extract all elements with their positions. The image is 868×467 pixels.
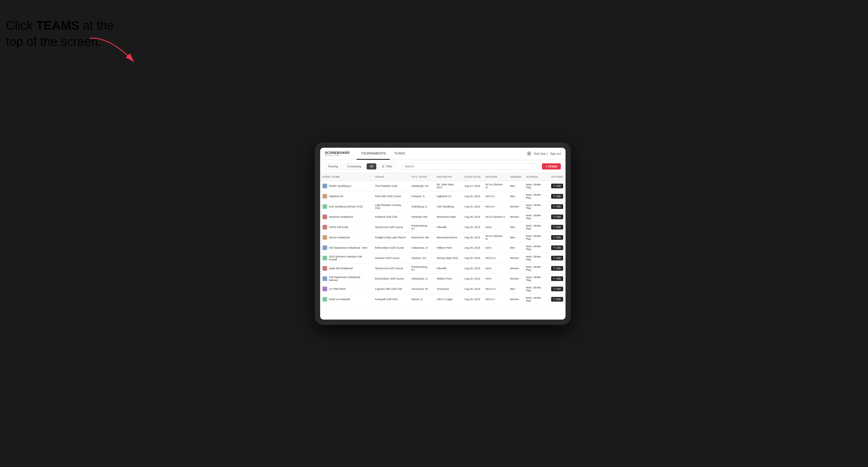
col-city-state: CITY, STATE — [409, 173, 434, 181]
cell-venue: Edmundson Golf Course — [373, 273, 409, 284]
tablet-frame: SCOREBOARD Powered by Clippit TOURNAMENT… — [315, 143, 571, 325]
cell-event-name: 🏌 Maverick Invitational — [320, 212, 373, 222]
table-row: 🏌 UPKE Fall Invite StoneCrest Golf Cours… — [320, 222, 565, 232]
cell-venue: Park Hills Golf Course — [373, 191, 409, 201]
event-name-text: Fall Statesmen Invitational - Women — [329, 276, 370, 282]
cell-gender: Women — [507, 263, 523, 273]
cell-event-name: 🏌 Carl Sandburg Women FA23 — [320, 201, 373, 212]
edit-button[interactable]: ✏ Edit — [551, 215, 563, 219]
table-row: 🏌 MSMC Qualifying 1 The Powelton Club Ne… — [320, 181, 565, 191]
cell-start-date: Aug 28, 2023 — [462, 243, 483, 253]
cell-venue: Cypress Hills Golf Club — [373, 284, 409, 294]
cell-venue: Edmundson Golf Course — [373, 243, 409, 253]
cell-city-state: Hesston, KS — [409, 253, 434, 263]
cell-start-date: Aug 28, 2023 — [462, 273, 483, 284]
cell-division: NAIA — [483, 243, 507, 253]
edit-button[interactable]: ✏ Edit — [551, 194, 563, 199]
cell-start-date: Aug 28, 2023 — [462, 253, 483, 263]
cell-hosted-by: Highland CC — [434, 191, 462, 201]
col-start-date: START DATE — [462, 173, 483, 181]
search-input[interactable] — [402, 163, 536, 170]
cell-actions: ✏ Edit — [549, 243, 565, 253]
event-icon: 🏌 — [322, 276, 327, 281]
event-icon: 🏌 — [322, 287, 327, 291]
create-button[interactable]: + Create — [542, 163, 561, 169]
nav-links: TOURNAMENTS TEAMS — [356, 148, 526, 160]
edit-icon: ✏ — [554, 195, 556, 197]
cell-actions: ✏ Edit — [549, 263, 565, 273]
event-name-text: Fall Statesmen Invitational - Men — [329, 246, 368, 249]
tab-hosting[interactable]: Hosting — [325, 163, 341, 169]
cell-actions: ✏ Edit — [549, 284, 565, 294]
cell-scoring: team, Stroke Play — [523, 273, 549, 284]
filter-label: Filter — [386, 165, 392, 168]
cell-gender: Women — [507, 273, 523, 284]
cell-start-date: Aug 28, 2023 — [462, 222, 483, 232]
cell-actions: ✏ Edit — [549, 222, 565, 232]
event-icon: 🏌 — [322, 245, 327, 250]
tablet-screen: SCOREBOARD Powered by Clippit TOURNAMENT… — [320, 148, 565, 319]
edit-icon: ✏ — [554, 236, 556, 239]
cell-gender: Men — [507, 284, 523, 294]
table-row: 🏌 Morris Invitational Ruttger's Bay Lake… — [320, 232, 565, 243]
cell-division: NAIA — [483, 222, 507, 232]
cell-event-name: 🏌 VU PREVIEW — [320, 284, 373, 294]
cell-city-state: Faribault, MN — [409, 212, 434, 222]
signout-link[interactable]: Sign out — [550, 152, 561, 155]
cell-actions: ✏ Edit — [549, 212, 565, 222]
cell-scoring: team, Stroke Play — [523, 201, 549, 212]
tab-all[interactable]: All — [367, 163, 376, 169]
edit-button[interactable]: ✏ Edit — [551, 184, 563, 188]
table-header: EVENT NAME VENUE CITY, STATE HOSTED BY S… — [320, 173, 565, 181]
cell-hosted-by: Pikeville — [434, 263, 462, 273]
cell-start-date: Aug 28, 2023 — [462, 263, 483, 273]
cell-hosted-by: Murray State (OK) — [434, 253, 462, 263]
cell-actions: ✏ Edit — [549, 253, 565, 263]
event-icon: 🏌 — [322, 266, 327, 271]
edit-button[interactable]: ✏ Edit — [551, 297, 563, 302]
edit-button[interactable]: ✏ Edit — [551, 256, 563, 260]
cell-city-state: Marion, IL — [409, 294, 434, 304]
logo-sub: Powered by Clippit — [325, 155, 349, 156]
cell-gender: Men — [507, 232, 523, 243]
cell-scoring: team, Stroke Play — [523, 222, 549, 232]
cell-gender: Women — [507, 294, 523, 304]
edit-button[interactable]: ✏ Edit — [551, 204, 563, 209]
cell-actions: ✏ Edit — [549, 181, 565, 191]
col-hosted-by: HOSTED BY — [434, 173, 462, 181]
cell-event-name: 🏌 2023 Women's Hesston Fall Kickoff — [320, 253, 373, 263]
cell-division: NAIA — [483, 273, 507, 284]
edit-icon: ✏ — [554, 246, 556, 249]
event-name-text: Carl Sandburg Women FA23 — [329, 205, 363, 208]
edit-button[interactable]: ✏ Edit — [551, 266, 563, 271]
instruction-bold: TEAMS — [36, 19, 80, 32]
tab-competing[interactable]: Competing — [344, 163, 364, 169]
filter-button[interactable]: ☰ Filter — [379, 163, 396, 169]
edit-button[interactable]: ✏ Edit — [551, 276, 563, 281]
cell-hosted-by: William Penn — [434, 243, 462, 253]
table-row: 🏌 Fall Statesmen Invitational - Women Ed… — [320, 273, 565, 284]
edit-icon: ✏ — [554, 287, 556, 290]
nav-link-teams[interactable]: TEAMS — [390, 148, 409, 160]
edit-button[interactable]: ✏ Edit — [551, 287, 563, 291]
cell-city-state: Newburgh, NY — [409, 181, 434, 191]
table-row: 🏌 Maverick Invitational Faribault Golf C… — [320, 212, 565, 222]
edit-icon: ✏ — [554, 267, 556, 270]
edit-button[interactable]: ✏ Edit — [551, 245, 563, 250]
cell-start-date: Aug 25, 2023 — [462, 191, 483, 201]
cell-division: NICAA I — [483, 294, 507, 304]
table-row: 🏌 Fall Statesmen Invitational - Men Edmu… — [320, 243, 565, 253]
table-row: 🏌 upike fall invitational StoneCrest Gol… — [320, 263, 565, 273]
cell-city-state: Oskaloosa, IA — [409, 273, 434, 284]
cell-division: NCAA Division III — [483, 181, 507, 191]
cell-hosted-by: Mt. Saint Mary (NY) — [434, 181, 462, 191]
event-icon: 🏌 — [322, 297, 327, 302]
gear-icon[interactable]: ⚙ — [527, 151, 531, 156]
nav-link-tournaments[interactable]: TOURNAMENTS — [356, 148, 390, 160]
cell-event-name: 🏌 Fall Statesmen Invitational - Women — [320, 273, 373, 284]
cell-gender: Men — [507, 222, 523, 232]
cell-start-date: Aug 28, 2023 — [462, 294, 483, 304]
edit-button[interactable]: ✏ Edit — [551, 235, 563, 240]
edit-button[interactable]: ✏ Edit — [551, 225, 563, 229]
edit-icon: ✏ — [554, 226, 556, 228]
